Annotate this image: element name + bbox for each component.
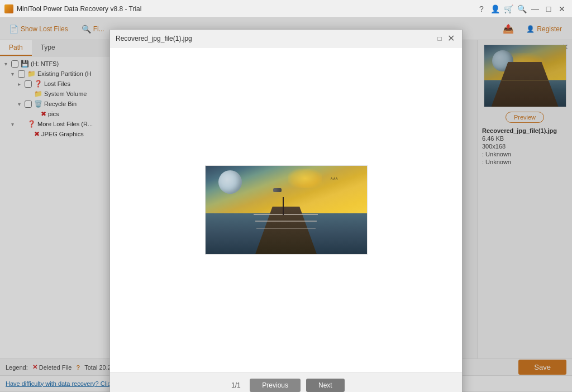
restore-button[interactable]: □	[543, 3, 554, 15]
modal-image-container: ∧ ∧ ∧	[205, 165, 368, 255]
next-button[interactable]: Next	[306, 379, 345, 392]
page-indicator: 1/1	[227, 381, 244, 389]
cart-button[interactable]: 🛒	[503, 3, 514, 15]
previous-button[interactable]: Previous	[250, 379, 301, 392]
image-preview-modal: Recovered_jpg_file(1).jpg □ ✕ ∧ ∧ ∧	[109, 29, 463, 392]
app-icon	[4, 4, 13, 13]
search-button[interactable]: 🔍	[516, 3, 527, 15]
window-controls: ? 👤 🛒 🔍 — □ ✕	[476, 3, 568, 15]
minimize-button[interactable]: —	[530, 3, 541, 15]
modal-footer: 1/1 Previous Next	[110, 372, 462, 392]
modal-title: Recovered_jpg_file(1).jpg	[116, 35, 434, 42]
title-bar: MiniTool Power Data Recovery v8.8 - Tria…	[0, 0, 572, 18]
close-button[interactable]: ✕	[556, 3, 568, 15]
preview-image: ∧ ∧ ∧	[205, 165, 368, 255]
modal-content: ∧ ∧ ∧	[110, 47, 462, 372]
modal-overlay: Recovered_jpg_file(1).jpg □ ✕ ∧ ∧ ∧	[0, 18, 572, 392]
help-button[interactable]: ?	[476, 3, 487, 15]
modal-close-button[interactable]: ✕	[445, 33, 456, 44]
accounts-button[interactable]: 👤	[489, 3, 500, 15]
app-title: MiniTool Power Data Recovery v8.8 - Tria…	[17, 5, 476, 13]
modal-restore-button[interactable]: □	[434, 33, 445, 44]
modal-title-bar: Recovered_jpg_file(1).jpg □ ✕	[110, 30, 462, 47]
